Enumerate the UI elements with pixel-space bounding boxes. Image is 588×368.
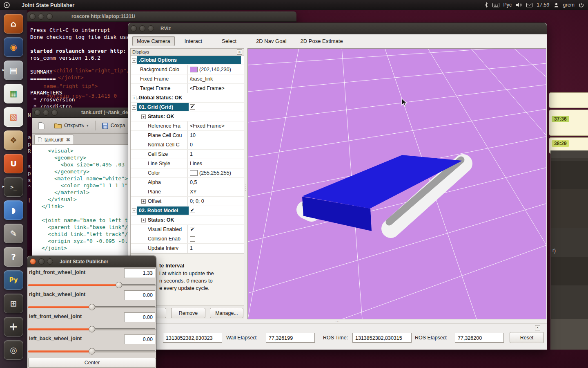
launcher-item-empathy[interactable]: ◗	[4, 200, 23, 220]
volume-icon[interactable]	[516, 2, 522, 7]
display-row-grid[interactable]: − 01. Grid (Grid)	[131, 103, 244, 112]
jsp-titlebar[interactable]: Joint State Publisher	[27, 256, 156, 267]
row-value[interactable]: /base_link	[190, 76, 213, 82]
keyboard-layout-indicator[interactable]: Рус	[503, 2, 512, 8]
session-menu-icon[interactable]	[3, 2, 10, 9]
center-button[interactable]: Center	[28, 358, 156, 368]
wall-elapsed-field[interactable]: 77,326199	[266, 333, 315, 343]
tool-select[interactable]: Select	[218, 36, 241, 46]
expand-icon[interactable]: +	[141, 218, 146, 222]
display-row-global-options[interactable]: − .Global Options	[131, 56, 244, 65]
robot-model-enabled-checkbox[interactable]	[190, 208, 195, 213]
row-value[interactable]: <Fixed Frame>	[190, 85, 225, 91]
collapse-icon[interactable]: −	[132, 209, 136, 213]
tab-close-icon[interactable]: ✖	[66, 137, 70, 143]
display-row-line-style[interactable]: Line Style Lines	[131, 159, 244, 168]
launcher-item-text-editor[interactable]: ▸▤	[4, 61, 23, 80]
maximize-button[interactable]	[51, 110, 58, 116]
display-row-collision-enabled[interactable]: Collision Enab	[131, 234, 244, 244]
joint-value-field[interactable]: 0.00	[124, 290, 155, 300]
launcher-item-home[interactable]: ⌂	[4, 14, 23, 34]
display-row-target-frame[interactable]: Target Frame <Fixed Frame>	[131, 84, 244, 93]
power-icon[interactable]	[579, 2, 584, 8]
tool-2d-nav-goal[interactable]: 2D Nav Goal	[252, 36, 290, 46]
display-row-grid-status[interactable]: + Status: OK	[131, 112, 244, 121]
launcher-item-workspace-switcher[interactable]: ⊞	[4, 294, 23, 313]
keyboard-icon[interactable]	[492, 3, 499, 7]
collapse-icon[interactable]: −	[132, 105, 136, 110]
ros-elapsed-field[interactable]: 77,326200	[455, 333, 504, 343]
collapse-icon[interactable]: −	[132, 58, 136, 63]
slider-knob[interactable]	[89, 326, 95, 332]
display-row-plane-cell-count[interactable]: Plane Cell Cou 10	[131, 131, 244, 140]
background-window[interactable]: r)	[550, 150, 588, 350]
launcher-item-help[interactable]: ?	[4, 247, 23, 267]
display-row-alpha[interactable]: Alpha 0,5	[131, 178, 244, 187]
manage-button[interactable]: Manage...	[210, 308, 243, 318]
notes-window[interactable]: 37:36 38:29	[549, 92, 588, 150]
joint-slider[interactable]	[28, 281, 156, 289]
bluetooth-icon[interactable]	[485, 2, 488, 8]
note-card[interactable]	[549, 92, 588, 108]
joint-value-field[interactable]: 1.33	[124, 268, 155, 278]
launcher-item-libreoffice-calc[interactable]: ▦	[4, 84, 23, 103]
tool-2d-pose-estimate[interactable]: 2D Pose Estimate	[296, 36, 347, 46]
maximize-button[interactable]	[47, 13, 53, 20]
tool-move-camera[interactable]: Move Camera	[132, 36, 175, 46]
tool-interact[interactable]: Interact	[180, 36, 206, 46]
display-row-reference-frame[interactable]: Reference Fra <Fixed Frame>	[131, 121, 244, 131]
minimize-button[interactable]	[139, 25, 145, 31]
joint-slider[interactable]	[28, 347, 156, 355]
launcher-item-lens[interactable]: ◎	[4, 340, 23, 360]
launcher-item-software-center[interactable]: ❖	[4, 130, 23, 150]
active-app-title[interactable]: Joint State Publisher	[22, 2, 74, 8]
display-row-background-color[interactable]: Background Colo (202,140,230)	[131, 65, 244, 74]
row-value[interactable]: 10	[190, 132, 196, 138]
mail-icon[interactable]	[526, 3, 532, 7]
remove-button[interactable]: Remove	[171, 308, 205, 318]
display-row-plane[interactable]: Plane XY	[131, 187, 244, 197]
close-button[interactable]	[29, 13, 36, 20]
launcher-item-firefox[interactable]: ◉	[4, 37, 23, 57]
panel-close-icon[interactable]: ×	[237, 49, 242, 55]
rviz-window[interactable]: RViz Move Camera Interact Select 2D Nav …	[128, 22, 547, 350]
display-row-normal-cell-count[interactable]: Normal Cell C 0	[131, 140, 244, 150]
launcher-item-notes[interactable]: ✎	[4, 224, 23, 243]
vertical-splitter[interactable]: ····	[244, 48, 247, 319]
row-value[interactable]: Lines	[190, 161, 202, 166]
horizontal-splitter[interactable]: ···	[128, 319, 547, 323]
color-swatch[interactable]	[190, 170, 198, 176]
grid-enabled-checkbox[interactable]	[190, 104, 195, 110]
display-row-robot-model[interactable]: − 02. Robot Model	[131, 206, 244, 215]
minimize-button[interactable]	[38, 258, 45, 265]
launcher-item-ubuntu-one[interactable]: U	[4, 154, 23, 173]
reset-button[interactable]: Reset	[510, 332, 544, 343]
close-button[interactable]	[131, 25, 137, 31]
close-button[interactable]	[34, 110, 40, 116]
terminal-titlebar[interactable]: roscore http://laptop:11311/	[27, 11, 296, 22]
minimize-button[interactable]	[43, 110, 49, 116]
displays-panel-header[interactable]: Displays ×	[131, 49, 244, 56]
slider-knob[interactable]	[116, 282, 122, 288]
joint-slider[interactable]	[28, 303, 156, 311]
row-value[interactable]: 0; 0; 0	[190, 198, 204, 204]
collision-enabled-checkbox[interactable]	[190, 236, 195, 242]
joint-value-field[interactable]: 0.00	[124, 334, 155, 344]
slider-knob[interactable]	[89, 348, 95, 355]
display-row-fixed-frame[interactable]: Fixed Frame /base_link	[131, 74, 244, 84]
rviz-3d-viewport[interactable]	[247, 48, 546, 319]
display-row-color[interactable]: Color (255,255,255)	[131, 168, 244, 178]
expand-icon[interactable]: +	[141, 114, 146, 119]
display-row-update-interval[interactable]: Update Interv 1	[131, 244, 244, 253]
joint-slider[interactable]	[28, 325, 156, 333]
maximize-button[interactable]	[148, 25, 154, 31]
row-value[interactable]: <Fixed Frame>	[190, 123, 225, 129]
expand-icon[interactable]: +	[132, 96, 136, 100]
launcher-item-libreoffice-impress[interactable]: ▧	[4, 107, 23, 127]
close-button[interactable]	[30, 258, 36, 265]
joint-value-field[interactable]: 0.00	[124, 312, 155, 322]
display-row-visual-enabled[interactable]: Visual Enabled	[131, 225, 244, 234]
user-icon[interactable]	[554, 2, 559, 8]
panel-close-icon[interactable]: ×	[535, 325, 540, 330]
row-value[interactable]: XY	[190, 189, 197, 195]
